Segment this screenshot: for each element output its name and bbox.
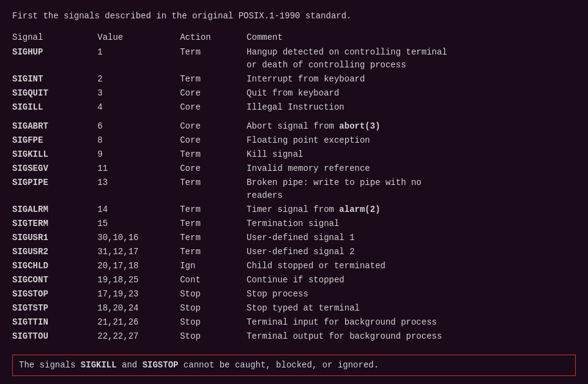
- table-row: SIGTTOU22,22,27StopTerminal output for b…: [12, 329, 576, 344]
- signal-name-cell: SIGTTOU: [12, 329, 97, 344]
- signal-action-cell: Core: [180, 134, 247, 148]
- signal-action-cell: Stop: [180, 329, 247, 344]
- signal-value-cell: 31,12,17: [97, 245, 180, 259]
- table-row: SIGTSTP18,20,24StopStop typed at termina…: [12, 301, 576, 315]
- signal-name-cell: SIGHUP: [12, 45, 97, 72]
- signal-action-cell: Stop: [180, 301, 247, 315]
- signal-name-cell: SIGQUIT: [12, 86, 97, 100]
- signal-comment-cell: Hangup detected on controlling terminalo…: [247, 45, 576, 72]
- signal-comment-cell: Continue if stopped: [247, 273, 576, 287]
- table-row: SIGCONT19,18,25ContContinue if stopped: [12, 273, 576, 287]
- col-header-action: Action: [180, 30, 247, 45]
- note-suffix: cannot be caught, blocked, or ignored.: [178, 360, 379, 370]
- signal-name-cell: SIGKILL: [12, 148, 97, 162]
- col-header-signal: Signal: [12, 30, 97, 45]
- table-row: SIGUSR231,12,17TermUser-defined signal 2: [12, 245, 576, 259]
- signal-name-cell: SIGALRM: [12, 203, 97, 217]
- signal-name-cell: SIGFPE: [12, 134, 97, 148]
- signal-value-cell: 2: [97, 72, 180, 86]
- signal-action-cell: Term: [180, 45, 247, 72]
- spacer-row: [12, 115, 576, 119]
- signal-action-cell: Term: [180, 231, 247, 245]
- signal-value-cell: 19,18,25: [97, 273, 180, 287]
- signal-value-cell: 1: [97, 45, 180, 72]
- signal-name-cell: SIGCHLD: [12, 259, 97, 273]
- signal-name-cell: SIGCONT: [12, 273, 97, 287]
- signal-value-cell: 15: [97, 217, 180, 231]
- signal-action-cell: Core: [180, 119, 247, 134]
- table-row: SIGSEGV11CoreInvalid memory reference: [12, 162, 576, 176]
- signal-comment-cell: Stop typed at terminal: [247, 301, 576, 315]
- table-row: SIGFPE8CoreFloating point exception: [12, 134, 576, 148]
- signal-comment-cell: Terminal input for background process: [247, 315, 576, 329]
- signal-comment-cell: User-defined signal 2: [247, 245, 576, 259]
- intro-text: First the signals described in the origi…: [12, 10, 576, 23]
- signal-comment-cell: User-defined signal 1: [247, 231, 576, 245]
- table-row: SIGHUP1TermHangup detected on controllin…: [12, 45, 576, 72]
- signal-value-cell: 21,21,26: [97, 315, 180, 329]
- table-row: SIGCHLD20,17,18IgnChild stopped or termi…: [12, 259, 576, 273]
- table-row: SIGKILL9TermKill signal: [12, 148, 576, 162]
- signal-comment-cell: Stop process: [247, 287, 576, 301]
- signal-action-cell: Term: [180, 148, 247, 162]
- col-header-value: Value: [97, 30, 180, 45]
- signal-name-cell: SIGPIPE: [12, 176, 97, 203]
- signal-action-cell: Cont: [180, 273, 247, 287]
- note-prefix: The signals: [19, 360, 81, 370]
- signal-name-cell: SIGTTIN: [12, 315, 97, 329]
- signal-comment-cell: Illegal Instruction: [247, 100, 576, 115]
- signal-value-cell: 8: [97, 134, 180, 148]
- table-header-row: Signal Value Action Comment: [12, 30, 576, 45]
- table-row: SIGINT2TermInterrupt from keyboard: [12, 72, 576, 86]
- signal-value-cell: 22,22,27: [97, 329, 180, 344]
- signal-comment-cell: Broken pipe: write to pipe with noreader…: [247, 176, 576, 203]
- signal-value-cell: 14: [97, 203, 180, 217]
- signal-name-cell: SIGILL: [12, 100, 97, 115]
- table-row: SIGSTOP17,19,23StopStop process: [12, 287, 576, 301]
- signal-value-cell: 30,10,16: [97, 231, 180, 245]
- signal-name-cell: SIGTERM: [12, 217, 97, 231]
- table-row: SIGTTIN21,21,26StopTerminal input for ba…: [12, 315, 576, 329]
- signal-action-cell: Term: [180, 245, 247, 259]
- signal-comment-cell: Abort signal from abort(3): [247, 119, 576, 134]
- signal-comment-cell: Kill signal: [247, 148, 576, 162]
- col-header-comment: Comment: [247, 30, 576, 45]
- signal-value-cell: 4: [97, 100, 180, 115]
- table-row: SIGALRM14TermTimer signal from alarm(2): [12, 203, 576, 217]
- signal-value-cell: 3: [97, 86, 180, 100]
- table-row: SIGUSR130,10,16TermUser-defined signal 1: [12, 231, 576, 245]
- signal-action-cell: Stop: [180, 315, 247, 329]
- signal-comment-cell: Terminal output for background process: [247, 329, 576, 344]
- highlighted-note-box: The signals SIGKILL and SIGSTOP cannot b…: [12, 355, 576, 376]
- signal-name-cell: SIGUSR1: [12, 231, 97, 245]
- signal-name-cell: SIGSTOP: [12, 287, 97, 301]
- table-row: SIGTERM15TermTermination signal: [12, 217, 576, 231]
- note-sigkill: SIGKILL: [81, 360, 117, 370]
- signal-value-cell: 18,20,24: [97, 301, 180, 315]
- note-middle: and: [117, 360, 143, 370]
- signal-name-cell: SIGTSTP: [12, 301, 97, 315]
- signal-name-cell: SIGSEGV: [12, 162, 97, 176]
- signal-action-cell: Term: [180, 176, 247, 203]
- signal-action-cell: Core: [180, 100, 247, 115]
- signal-name-cell: SIGINT: [12, 72, 97, 86]
- signal-name-cell: SIGABRT: [12, 119, 97, 134]
- signal-action-cell: Term: [180, 217, 247, 231]
- signal-value-cell: 17,19,23: [97, 287, 180, 301]
- signal-action-cell: Ign: [180, 259, 247, 273]
- signal-action-cell: Core: [180, 86, 247, 100]
- table-row: SIGILL4CoreIllegal Instruction: [12, 100, 576, 115]
- signal-comment-cell: Timer signal from alarm(2): [247, 203, 576, 217]
- signal-action-cell: Term: [180, 203, 247, 217]
- signal-value-cell: 13: [97, 176, 180, 203]
- table-row: SIGPIPE13TermBroken pipe: write to pipe …: [12, 176, 576, 203]
- table-row: SIGQUIT3CoreQuit from keyboard: [12, 86, 576, 100]
- signal-comment-cell: Invalid memory reference: [247, 162, 576, 176]
- table-row: SIGABRT6CoreAbort signal from abort(3): [12, 119, 576, 134]
- signal-comment-cell: Termination signal: [247, 217, 576, 231]
- signal-comment-cell: Quit from keyboard: [247, 86, 576, 100]
- signal-value-cell: 6: [97, 119, 180, 134]
- note-sigstop: SIGSTOP: [143, 360, 179, 370]
- signal-value-cell: 20,17,18: [97, 259, 180, 273]
- signal-table: Signal Value Action Comment SIGHUP1TermH…: [12, 30, 576, 344]
